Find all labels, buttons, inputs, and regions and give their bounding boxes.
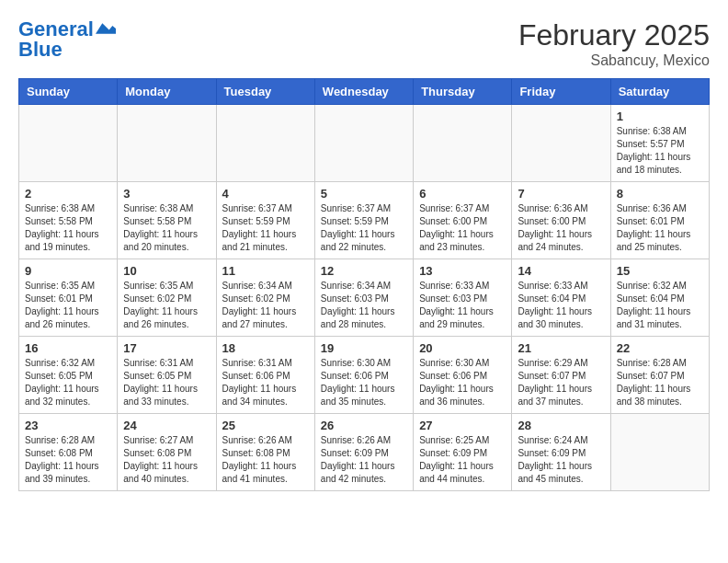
day-number: 27	[419, 419, 506, 432]
calendar-cell	[414, 105, 512, 182]
day-info: Sunrise: 6:34 AM Sunset: 6:02 PM Dayligh…	[222, 280, 309, 331]
calendar-cell: 26Sunrise: 6:26 AM Sunset: 6:09 PM Dayli…	[314, 414, 413, 491]
day-number: 16	[25, 341, 111, 355]
day-number: 26	[321, 419, 407, 432]
day-info: Sunrise: 6:26 AM Sunset: 6:08 PM Dayligh…	[222, 434, 309, 486]
calendar-cell: 15Sunrise: 6:32 AM Sunset: 6:04 PM Dayli…	[610, 259, 709, 337]
day-number: 10	[123, 264, 210, 278]
weekday-sunday: Sunday	[19, 79, 118, 105]
calendar-cell	[118, 105, 216, 182]
day-number: 20	[419, 341, 506, 355]
calendar-cell: 4Sunrise: 6:37 AM Sunset: 5:59 PM Daylig…	[216, 182, 314, 259]
day-info: Sunrise: 6:38 AM Sunset: 5:57 PM Dayligh…	[617, 125, 703, 177]
week-row-1: 2Sunrise: 6:38 AM Sunset: 5:58 PM Daylig…	[19, 182, 710, 259]
day-number: 2	[25, 187, 111, 201]
day-number: 11	[222, 264, 309, 278]
calendar-cell: 20Sunrise: 6:30 AM Sunset: 6:06 PM Dayli…	[414, 337, 512, 414]
calendar-cell	[314, 105, 413, 182]
day-info: Sunrise: 6:35 AM Sunset: 6:02 PM Dayligh…	[123, 280, 210, 331]
day-info: Sunrise: 6:37 AM Sunset: 5:59 PM Dayligh…	[321, 202, 407, 254]
logo: General Blue	[18, 18, 116, 61]
day-info: Sunrise: 6:24 AM Sunset: 6:09 PM Dayligh…	[518, 434, 604, 486]
weekday-saturday: Saturday	[610, 79, 709, 105]
day-number: 1	[617, 109, 703, 123]
day-info: Sunrise: 6:37 AM Sunset: 6:00 PM Dayligh…	[419, 202, 506, 254]
page-header: General Blue February 2025 Sabancuy, Mex…	[18, 18, 710, 69]
calendar-cell: 9Sunrise: 6:35 AM Sunset: 6:01 PM Daylig…	[19, 259, 118, 337]
calendar-cell	[19, 105, 118, 182]
day-info: Sunrise: 6:28 AM Sunset: 6:08 PM Dayligh…	[25, 434, 111, 486]
calendar-cell: 14Sunrise: 6:33 AM Sunset: 6:04 PM Dayli…	[512, 259, 610, 337]
calendar-table: SundayMondayTuesdayWednesdayThursdayFrid…	[18, 78, 710, 491]
day-info: Sunrise: 6:37 AM Sunset: 5:59 PM Dayligh…	[222, 202, 309, 254]
week-row-2: 9Sunrise: 6:35 AM Sunset: 6:01 PM Daylig…	[19, 259, 710, 337]
day-number: 19	[321, 341, 407, 355]
day-info: Sunrise: 6:36 AM Sunset: 6:00 PM Dayligh…	[518, 202, 604, 254]
calendar-cell	[512, 105, 610, 182]
day-number: 5	[321, 187, 407, 201]
day-number: 8	[617, 187, 703, 201]
day-number: 14	[518, 264, 604, 278]
calendar-cell: 17Sunrise: 6:31 AM Sunset: 6:05 PM Dayli…	[118, 337, 216, 414]
day-number: 12	[321, 264, 407, 278]
weekday-thursday: Thursday	[414, 79, 512, 105]
day-info: Sunrise: 6:28 AM Sunset: 6:07 PM Dayligh…	[617, 357, 703, 408]
day-number: 6	[419, 187, 506, 201]
weekday-header-row: SundayMondayTuesdayWednesdayThursdayFrid…	[19, 79, 710, 105]
day-info: Sunrise: 6:34 AM Sunset: 6:03 PM Dayligh…	[321, 280, 407, 331]
day-number: 9	[25, 264, 111, 278]
day-info: Sunrise: 6:25 AM Sunset: 6:09 PM Dayligh…	[419, 434, 506, 486]
day-number: 7	[518, 187, 604, 201]
day-info: Sunrise: 6:35 AM Sunset: 6:01 PM Dayligh…	[25, 280, 111, 331]
day-info: Sunrise: 6:26 AM Sunset: 6:09 PM Dayligh…	[321, 434, 407, 486]
day-info: Sunrise: 6:33 AM Sunset: 6:03 PM Dayligh…	[419, 280, 506, 331]
weekday-friday: Friday	[512, 79, 610, 105]
day-number: 4	[222, 187, 309, 201]
day-info: Sunrise: 6:32 AM Sunset: 6:04 PM Dayligh…	[617, 280, 703, 331]
calendar-cell: 5Sunrise: 6:37 AM Sunset: 5:59 PM Daylig…	[314, 182, 413, 259]
calendar-cell: 25Sunrise: 6:26 AM Sunset: 6:08 PM Dayli…	[216, 414, 314, 491]
calendar-cell: 6Sunrise: 6:37 AM Sunset: 6:00 PM Daylig…	[414, 182, 512, 259]
day-info: Sunrise: 6:36 AM Sunset: 6:01 PM Dayligh…	[617, 202, 703, 254]
calendar-cell: 7Sunrise: 6:36 AM Sunset: 6:00 PM Daylig…	[512, 182, 610, 259]
svg-marker-0	[96, 23, 116, 34]
day-info: Sunrise: 6:38 AM Sunset: 5:58 PM Dayligh…	[123, 202, 210, 254]
calendar-cell: 8Sunrise: 6:36 AM Sunset: 6:01 PM Daylig…	[610, 182, 709, 259]
day-number: 23	[25, 419, 111, 432]
calendar-cell: 21Sunrise: 6:29 AM Sunset: 6:07 PM Dayli…	[512, 337, 610, 414]
week-row-0: 1Sunrise: 6:38 AM Sunset: 5:57 PM Daylig…	[19, 105, 710, 182]
day-info: Sunrise: 6:31 AM Sunset: 6:06 PM Dayligh…	[222, 357, 309, 408]
day-info: Sunrise: 6:33 AM Sunset: 6:04 PM Dayligh…	[518, 280, 604, 331]
day-number: 24	[123, 419, 210, 432]
day-number: 21	[518, 341, 604, 355]
day-info: Sunrise: 6:31 AM Sunset: 6:05 PM Dayligh…	[123, 357, 210, 408]
day-number: 3	[123, 187, 210, 201]
day-number: 22	[617, 341, 703, 355]
day-number: 15	[617, 264, 703, 278]
weekday-monday: Monday	[118, 79, 216, 105]
day-number: 18	[222, 341, 309, 355]
day-number: 25	[222, 419, 309, 432]
calendar-cell: 28Sunrise: 6:24 AM Sunset: 6:09 PM Dayli…	[512, 414, 610, 491]
day-number: 28	[518, 419, 604, 432]
calendar-cell: 2Sunrise: 6:38 AM Sunset: 5:58 PM Daylig…	[19, 182, 118, 259]
day-info: Sunrise: 6:32 AM Sunset: 6:05 PM Dayligh…	[25, 357, 111, 408]
calendar-cell: 11Sunrise: 6:34 AM Sunset: 6:02 PM Dayli…	[216, 259, 314, 337]
calendar-cell: 10Sunrise: 6:35 AM Sunset: 6:02 PM Dayli…	[118, 259, 216, 337]
calendar-cell: 12Sunrise: 6:34 AM Sunset: 6:03 PM Dayli…	[314, 259, 413, 337]
month-year: February 2025	[518, 18, 710, 52]
title-block: February 2025 Sabancuy, Mexico	[518, 18, 710, 69]
week-row-3: 16Sunrise: 6:32 AM Sunset: 6:05 PM Dayli…	[19, 337, 710, 414]
logo-icon	[96, 18, 116, 39]
day-info: Sunrise: 6:29 AM Sunset: 6:07 PM Dayligh…	[518, 357, 604, 408]
calendar-cell	[610, 414, 709, 491]
logo-blue-text: Blue	[18, 39, 63, 61]
calendar-cell: 23Sunrise: 6:28 AM Sunset: 6:08 PM Dayli…	[19, 414, 118, 491]
calendar-cell: 1Sunrise: 6:38 AM Sunset: 5:57 PM Daylig…	[610, 105, 709, 182]
calendar-cell: 22Sunrise: 6:28 AM Sunset: 6:07 PM Dayli…	[610, 337, 709, 414]
calendar-cell: 13Sunrise: 6:33 AM Sunset: 6:03 PM Dayli…	[414, 259, 512, 337]
day-info: Sunrise: 6:27 AM Sunset: 6:08 PM Dayligh…	[123, 434, 210, 486]
day-info: Sunrise: 6:30 AM Sunset: 6:06 PM Dayligh…	[321, 357, 407, 408]
calendar-cell: 27Sunrise: 6:25 AM Sunset: 6:09 PM Dayli…	[414, 414, 512, 491]
day-info: Sunrise: 6:30 AM Sunset: 6:06 PM Dayligh…	[419, 357, 506, 408]
